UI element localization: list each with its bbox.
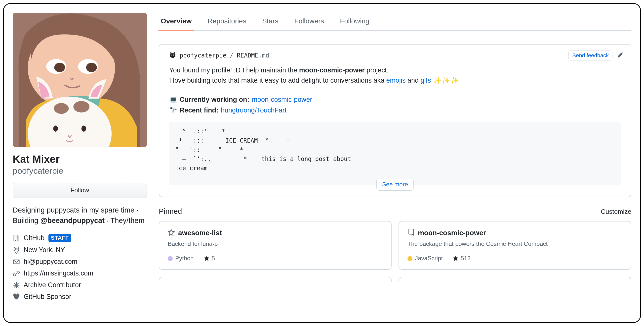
profile-fullname: Kat Mixer [13, 153, 147, 166]
repo-star-count: 512 [461, 255, 470, 262]
meta-location: New York, NY [13, 246, 147, 254]
bio-mention[interactable]: @beeandpuppycat [40, 217, 104, 224]
heart-icon [13, 293, 20, 301]
organization-icon [13, 234, 20, 242]
svg-point-12 [173, 55, 174, 56]
profile-tabs: Overview Repositories Stars Followers Fo… [159, 13, 631, 31]
profile-bio: Designing puppycats in my spare time · B… [13, 205, 147, 226]
svg-point-7 [54, 103, 68, 114]
repo-language: Python [168, 255, 194, 262]
readme-find-label: Recent find: [180, 105, 218, 115]
repo-description: Backend for luna-p [168, 240, 382, 247]
laptop-icon: 💻 [169, 95, 177, 104]
profile-readme: poofycaterpie / README.md Send feedback … [159, 44, 631, 197]
readme-crumb-sep: / [230, 52, 233, 59]
pinned-repo-card-stub [398, 277, 631, 282]
smiley-icon [169, 52, 176, 59]
tab-repositories[interactable]: Repositories [207, 13, 248, 30]
meta-achievement-archive: Archive Contributor [13, 281, 147, 289]
pinned-repo-card[interactable]: awesome-list Backend for luna-p Python 5 [159, 221, 392, 270]
language-dot [168, 256, 173, 261]
readme-line1-post: project. [365, 66, 388, 74]
meta-email-value: hi@puppycat.com [24, 258, 78, 265]
meta-company: GitHub STAFF [13, 234, 147, 242]
readme-working-label: Currently working on: [180, 95, 250, 104]
asterisk-icon [13, 281, 20, 289]
star-filled-icon [453, 255, 459, 261]
avatar[interactable] [13, 13, 147, 147]
readme-find-link[interactable]: hungtruong/TouchFart [221, 105, 286, 115]
readme-line1-pre: You found my profile! :D I help maintain… [169, 66, 299, 74]
repo-name[interactable]: moon-cosmic-power [418, 229, 486, 237]
see-more-button[interactable]: See more [376, 178, 414, 191]
staff-badge: STAFF [48, 234, 71, 242]
readme-link-gifs[interactable]: gifs [421, 77, 431, 84]
repo-description: The package that powers the Cosmic Heart… [408, 240, 622, 247]
pinned-repo-card[interactable]: moon-cosmic-power The package that power… [398, 221, 631, 270]
bio-text-post: · They/them [104, 217, 144, 224]
send-feedback-button[interactable]: Send feedback [568, 51, 612, 61]
meta-email[interactable]: hi@puppycat.com [13, 258, 147, 265]
repo-stargazers[interactable]: 512 [453, 255, 470, 262]
meta-company-value: GitHub [24, 234, 44, 242]
tab-stars[interactable]: Stars [261, 13, 279, 30]
star-icon [168, 229, 175, 237]
profile-username: poofycaterpie [13, 166, 147, 176]
meta-sponsor-value: GitHub Sponsor [24, 293, 71, 301]
svg-point-5 [86, 63, 97, 72]
follow-button[interactable]: Follow [13, 183, 147, 198]
mail-icon [13, 258, 20, 265]
meta-url-value: https://missingcats.com [24, 269, 94, 277]
link-icon [13, 270, 20, 277]
svg-point-3 [54, 63, 65, 72]
customize-link[interactable]: Customize [601, 208, 631, 216]
pinned-heading: Pinned [159, 207, 182, 216]
sparkles-icon: ✨✨✨ [431, 77, 460, 84]
location-icon [13, 246, 20, 254]
meta-location-value: New York, NY [24, 246, 65, 254]
tab-overview[interactable]: Overview [160, 13, 193, 30]
repo-stargazers[interactable]: 5 [204, 255, 215, 262]
meta-achievement-value: Archive Contributor [24, 281, 81, 289]
readme-crumb-ext: .md [258, 52, 269, 59]
repo-language: JavaScript [408, 255, 443, 262]
tab-followers[interactable]: Followers [294, 13, 325, 30]
svg-point-10 [82, 126, 86, 132]
meta-achievement-sponsor: GitHub Sponsor [13, 293, 147, 301]
svg-point-11 [171, 55, 172, 56]
telescope-icon: 🔭 [169, 106, 177, 115]
readme-line2-mid: and [406, 77, 421, 84]
star-filled-icon [204, 255, 210, 261]
repo-icon [408, 229, 414, 237]
meta-url[interactable]: https://missingcats.com [13, 269, 147, 277]
readme-codeblock: ° .::' * * ::: ICE CREAM ° – ° `:: ° * –… [169, 122, 621, 185]
readme-crumb-file[interactable]: README [237, 52, 258, 59]
language-dot [408, 256, 412, 261]
svg-point-9 [53, 126, 58, 132]
readme-working-link[interactable]: moon-cosmic-power [252, 95, 312, 104]
repo-star-count: 5 [212, 255, 215, 262]
pinned-repo-card-stub [159, 277, 392, 282]
readme-crumb-user[interactable]: poofycaterpie [180, 52, 226, 59]
svg-point-8 [73, 101, 90, 112]
repo-name[interactable]: awesome-list [178, 229, 222, 237]
edit-icon[interactable] [617, 52, 624, 59]
readme-line2-pre: I love building tools that make it easy … [169, 77, 386, 84]
readme-line1-bold: moon-cosmic-power [299, 66, 365, 74]
readme-link-emojis[interactable]: emojis [386, 77, 406, 84]
tab-following[interactable]: Following [339, 13, 370, 30]
